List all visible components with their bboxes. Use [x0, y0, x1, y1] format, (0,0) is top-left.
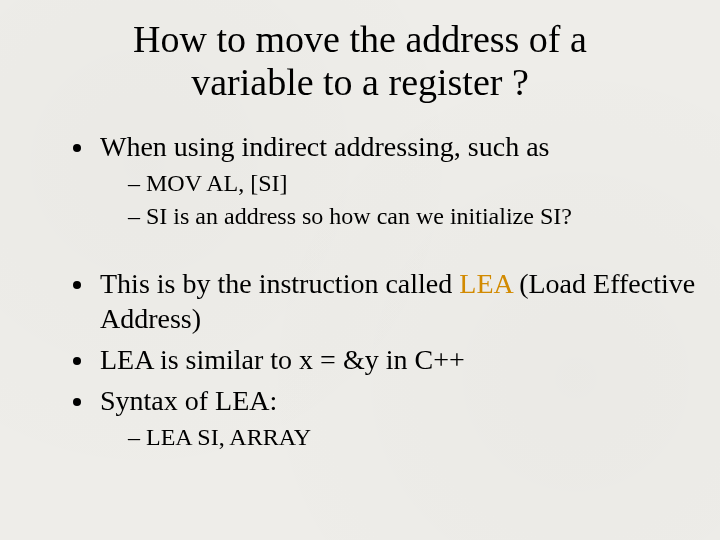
slide: How to move the address of a variable to… [0, 0, 720, 540]
bullet-2-pre: This is by the instruction called [100, 268, 459, 299]
bullet-list: When using indirect addressing, such as … [24, 129, 696, 232]
bullet-4-sub-1: LEA SI, ARRAY [128, 422, 696, 453]
bullet-4-sublist: LEA SI, ARRAY [100, 422, 696, 453]
bullet-4-text: Syntax of LEA: [100, 385, 277, 416]
bullet-1-sub-1: MOV AL, [SI] [128, 168, 696, 199]
title-line-2: variable to a register ? [191, 61, 529, 103]
bullet-list-2: This is by the instruction called LEA (L… [24, 266, 696, 453]
bullet-1-text: When using indirect addressing, such as [100, 131, 549, 162]
paragraph-gap [24, 238, 696, 266]
bullet-1: When using indirect addressing, such as … [96, 129, 696, 232]
bullet-3: LEA is similar to x = &y in C++ [96, 342, 696, 377]
bullet-2: This is by the instruction called LEA (L… [96, 266, 696, 336]
bullet-1-sublist: MOV AL, [SI] SI is an address so how can… [100, 168, 696, 232]
bullet-1-sub-2: SI is an address so how can we initializ… [128, 201, 696, 232]
slide-title: How to move the address of a variable to… [60, 18, 660, 103]
bullet-4: Syntax of LEA: LEA SI, ARRAY [96, 383, 696, 453]
bullet-2-highlight: LEA [459, 268, 512, 299]
title-line-1: How to move the address of a [133, 18, 587, 60]
